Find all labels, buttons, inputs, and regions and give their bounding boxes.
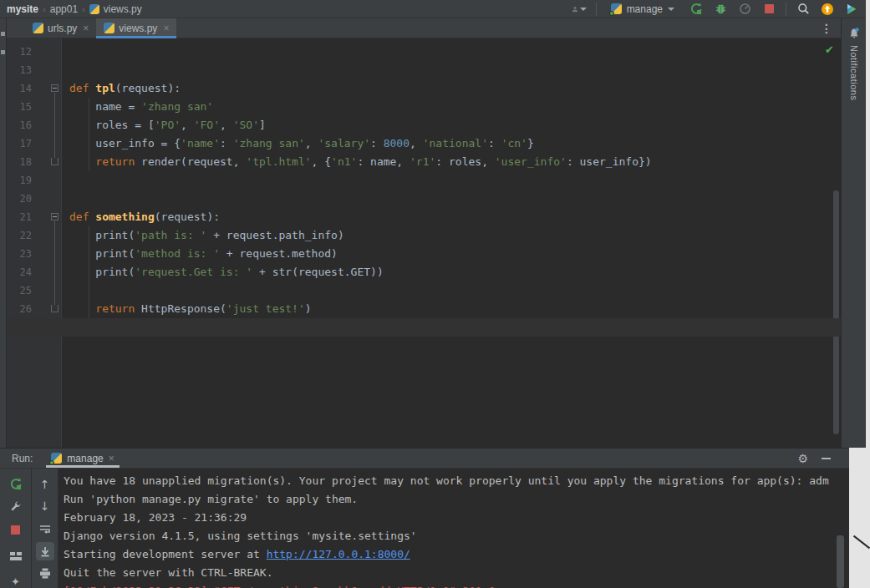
line-number[interactable]: 23 (7, 248, 32, 260)
run-config-selector[interactable]: manage (606, 3, 679, 16)
gutter-row[interactable]: 22 (7, 226, 61, 245)
tab-urls-py[interactable]: urls.py × (25, 18, 96, 38)
fold-end-icon[interactable] (51, 305, 59, 312)
gear-icon[interactable]: ⚙ (797, 452, 808, 465)
gutter-row[interactable]: 12 (7, 43, 61, 61)
code-segment: , (410, 137, 423, 150)
line-number[interactable]: 26 (7, 303, 32, 315)
console-scrollbar[interactable] (837, 535, 844, 588)
code-line[interactable] (63, 281, 841, 300)
editor-gutter[interactable]: 12131415161718192021222324252627 (7, 38, 62, 448)
close-icon[interactable]: × (83, 23, 89, 34)
code-segment: 'user_info' (495, 155, 567, 168)
code-line[interactable] (63, 43, 841, 61)
code-text[interactable]: def tpl(request): name = 'zhang san' rol… (63, 43, 841, 337)
line-number[interactable]: 16 (7, 119, 32, 131)
search-icon[interactable] (796, 2, 811, 17)
close-icon[interactable]: × (109, 453, 114, 464)
desktop-edge (849, 448, 870, 588)
code-line[interactable]: print('path is: ' + request.path_info) (63, 226, 841, 245)
project-tool-icon[interactable] (1, 32, 5, 36)
update-icon[interactable] (820, 2, 835, 17)
run-panel-header: Run: manage × ⚙ (0, 448, 849, 469)
breadcrumb-package[interactable]: app01 (50, 3, 78, 15)
code-line[interactable]: return HttpResponse('just test!') (63, 300, 841, 318)
line-number[interactable]: 21 (7, 211, 32, 223)
user-icon[interactable] (572, 2, 587, 17)
run-icon[interactable] (689, 2, 704, 17)
print-icon[interactable] (36, 564, 54, 582)
python-file-icon (104, 23, 114, 33)
fold-collapse-icon[interactable] (51, 84, 59, 92)
indent-guide (89, 98, 89, 171)
code-line[interactable]: def something(request): (63, 208, 841, 226)
ide-window: mysite › app01 › views.py manage (0, 0, 870, 588)
fold-end-icon[interactable] (51, 158, 59, 165)
down-arrow-icon[interactable]: ↓ (36, 497, 54, 515)
breadcrumb-project[interactable]: mysite (7, 3, 38, 15)
code-segment: 'FO' (194, 119, 220, 131)
console-output[interactable]: You have 18 unapplied migration(s). Your… (59, 469, 849, 588)
code-line[interactable]: return render(request, 'tpl.html', {'n1'… (63, 153, 841, 171)
stop-icon[interactable] (761, 2, 776, 17)
fold-collapse-icon[interactable] (51, 213, 59, 220)
close-icon[interactable]: × (163, 23, 169, 34)
line-number[interactable]: 17 (7, 138, 32, 150)
line-number[interactable]: 14 (7, 83, 32, 94)
code-line[interactable] (63, 61, 841, 79)
gutter-row[interactable]: 17 (7, 134, 61, 153)
server-url-link[interactable]: http://127.0.0.1:8000/ (267, 548, 410, 560)
line-number[interactable]: 12 (7, 46, 32, 58)
gutter-row[interactable]: 19 (7, 171, 61, 190)
code-segment: 'just test!' (226, 302, 305, 315)
line-number[interactable]: 25 (7, 285, 32, 297)
gutter-row[interactable]: 15 (7, 98, 61, 116)
line-number[interactable]: 22 (7, 230, 32, 241)
run-tab-manage[interactable]: manage × (46, 449, 119, 468)
code-line[interactable] (63, 190, 841, 208)
debug-icon[interactable] (713, 2, 728, 17)
star-icon[interactable]: ✦ (7, 572, 25, 588)
code-line[interactable]: name = 'zhang san' (63, 98, 841, 116)
soft-wrap-icon[interactable] (36, 520, 54, 539)
line-number[interactable]: 19 (7, 175, 32, 186)
gutter-row[interactable]: 16 (7, 116, 61, 134)
code-segment: 'cn' (501, 137, 527, 150)
gutter-row[interactable]: 24 (7, 263, 61, 281)
profiler-icon[interactable] (737, 2, 752, 17)
breadcrumb-file[interactable]: views.py (104, 3, 142, 15)
gutter-row[interactable]: 13 (7, 61, 61, 79)
editor-scrollbar[interactable] (833, 190, 839, 434)
code-line[interactable]: user_info = {'name': 'zhang san', 'salar… (63, 134, 841, 153)
stop-icon[interactable] (7, 520, 25, 539)
rerun-icon[interactable] (7, 475, 25, 494)
code-line[interactable]: roles = ['PO', 'FO', 'SO'] (63, 116, 841, 134)
code-line[interactable]: def tpl(request): (63, 79, 841, 98)
settings-wrench-icon[interactable] (7, 497, 25, 515)
line-number[interactable]: 13 (7, 64, 32, 76)
code-segment: : name, (357, 155, 410, 168)
line-number[interactable]: 20 (7, 193, 32, 205)
code-line[interactable] (63, 171, 841, 190)
console-line: Quit the server with CTRL-BREAK. (64, 564, 849, 582)
code-segment: + request.method) (220, 247, 338, 260)
layout-icon[interactable] (7, 547, 25, 565)
line-number[interactable]: 24 (7, 266, 32, 278)
plugin-icon[interactable] (844, 2, 859, 17)
gutter-row[interactable]: 23 (7, 245, 61, 263)
inspection-ok-icon[interactable]: ✔ (825, 43, 834, 56)
code-line[interactable]: print('request.Get is: ' + str(request.G… (63, 263, 841, 281)
up-arrow-icon[interactable]: ↑ (36, 475, 54, 494)
minimize-icon[interactable] (822, 458, 831, 459)
scroll-to-end-icon[interactable] (36, 542, 54, 560)
tab-views-py[interactable]: views.py × (96, 18, 176, 38)
gutter-row[interactable]: 20 (7, 190, 61, 208)
line-number[interactable]: 15 (7, 101, 32, 113)
structure-tool-icon[interactable] (1, 50, 5, 54)
gutter-row[interactable]: 25 (7, 281, 61, 300)
code-editor[interactable]: 12131415161718192021222324252627 def tpl… (7, 38, 841, 448)
tab-options-kebab-icon[interactable]: ⋮ (821, 23, 832, 34)
line-number[interactable]: 18 (7, 156, 32, 168)
notifications-tool-button[interactable]: Notifications (842, 27, 867, 100)
code-line[interactable]: print('method is: ' + request.method) (63, 245, 841, 263)
